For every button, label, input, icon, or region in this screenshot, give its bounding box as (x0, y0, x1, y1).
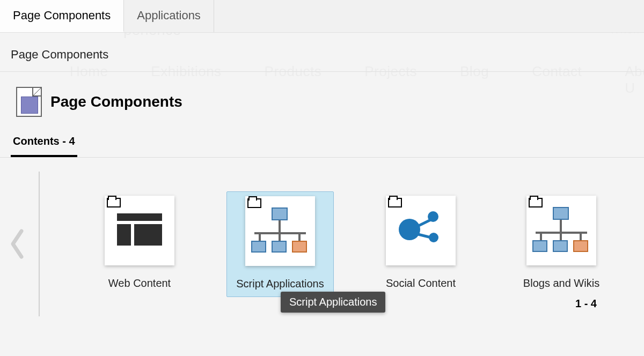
hierarchy-icon (251, 207, 309, 255)
hierarchy-icon (532, 207, 590, 254)
folder-icon (247, 198, 261, 208)
tab-page-components[interactable]: Page Components (0, 0, 124, 32)
tab-applications[interactable]: Applications (124, 0, 214, 32)
breadcrumb: Page Components (0, 33, 644, 72)
page-icon (16, 87, 42, 117)
page-title: Page Components (50, 93, 182, 110)
prev-chevron-icon (5, 221, 28, 266)
divider (39, 172, 40, 316)
folder-icon (529, 198, 543, 207)
share-icon (397, 209, 445, 252)
tile-icon (386, 196, 456, 265)
subtab-contents[interactable]: Contents - 4 (11, 130, 77, 157)
card-script-applications[interactable]: Script Applications Script Applications (226, 191, 334, 297)
card-label: Blogs and Wikis (523, 277, 599, 290)
tile-icon (245, 196, 315, 266)
page-counter: 1 - 4 (575, 298, 597, 310)
folder-icon (388, 198, 402, 207)
cards-row: Web Content Script Applications Script A… (86, 191, 615, 297)
card-label: Social Content (386, 277, 456, 290)
layout-icon (117, 213, 162, 248)
contents-strip: Web Content Script Applications Script A… (0, 158, 644, 316)
heading-block: Page Components (0, 72, 644, 130)
card-web-content[interactable]: Web Content (86, 191, 193, 297)
card-label: Web Content (108, 277, 171, 290)
subtab-row: Contents - 4 (0, 130, 644, 158)
folder-icon (107, 198, 121, 207)
card-blogs-and-wikis[interactable]: Blogs and Wikis (508, 191, 615, 297)
card-label: Script Applications (236, 278, 324, 290)
tab-bar: Page Components Applications (0, 0, 644, 33)
card-social-content[interactable]: Social Content (367, 191, 474, 297)
tooltip: Script Applications (281, 292, 385, 313)
tile-icon (105, 196, 174, 265)
tile-icon (526, 196, 596, 265)
